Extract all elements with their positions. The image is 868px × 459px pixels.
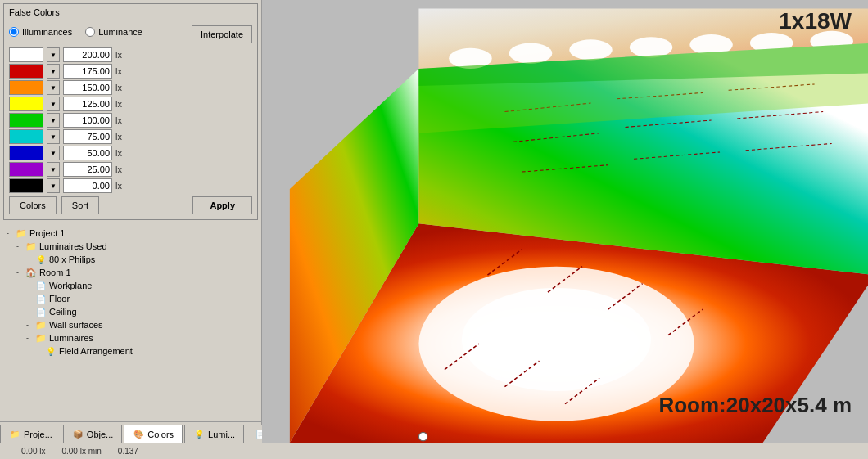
color-rows-container: ▼lx▼lx▼lx▼lx▼lx▼lx▼lx▼lx▼lx [9,47,252,193]
color-swatch-6[interactable] [9,146,43,160]
tree-expand-icon: - [7,229,15,237]
tree-expand-icon: - [26,321,34,329]
color-swatch-7[interactable] [9,162,43,177]
tab-icon: 💡 [193,429,205,440]
tree-item-icon: 📄 [34,306,47,317]
apply-button[interactable]: Apply [192,196,252,214]
tree-item[interactable]: -📁Luminaires [3,331,258,344]
unit-label-0: lx [115,50,122,60]
tree-item-label: 80 x Philips [49,254,95,264]
value-input-7[interactable] [63,162,112,177]
color-row: ▼lx [9,113,252,128]
value-input-6[interactable] [63,146,112,160]
color-swatch-0[interactable] [9,47,43,62]
color-dropdown-3[interactable]: ▼ [47,97,60,111]
right-panel: 1x18W Room:20x20x5.4 m [262,0,868,443]
color-dropdown-8[interactable]: ▼ [47,178,60,193]
app-window: False Colors Illuminances Luminance [0,0,868,459]
unit-label-7: lx [115,164,122,174]
tree-item[interactable]: 💡80 x Philips [3,253,258,266]
value-input-4[interactable] [63,113,112,128]
status-bar: 0.00 lx 0.00 lx min 0.137 [0,443,868,459]
tree-item[interactable]: -📁Project 1 [3,227,258,240]
color-dropdown-7[interactable]: ▼ [47,162,60,177]
tree-item-label: Room 1 [39,268,71,277]
tree-item[interactable]: -🏠Room 1 [3,266,258,279]
color-dropdown-2[interactable]: ▼ [47,80,60,95]
tree-item-icon: 📄 [34,280,47,291]
tree-item-label: Luminaires Used [39,241,107,251]
tree-item-label: Project 1 [29,228,65,238]
color-row: ▼lx [9,178,252,193]
main-content: False Colors Illuminances Luminance [0,0,868,443]
tab-icon: 📦 [72,429,84,440]
value-input-1[interactable] [63,64,112,79]
tab-3[interactable]: 💡Lumi... [184,425,244,443]
left-panel: False Colors Illuminances Luminance [0,0,262,443]
status-item-2: 0.00 lx [21,447,45,456]
tree-item[interactable]: -📁Wall surfaces [3,318,258,331]
radio-row: Illuminances Luminance [9,27,142,37]
tree-item-icon: 📁 [34,332,47,344]
color-dropdown-6[interactable]: ▼ [47,146,60,160]
sort-button[interactable]: Sort [61,196,99,214]
tree-item[interactable]: 📄Ceiling [3,305,258,318]
tab-1[interactable]: 📦Obje... [63,425,122,443]
colors-button[interactable]: Colors [9,196,57,214]
color-swatch-3[interactable] [9,97,43,111]
color-dropdown-1[interactable]: ▼ [47,64,60,79]
color-swatch-5[interactable] [9,129,43,144]
room-label-bottom: Room:20x20x5.4 m [658,393,852,418]
svg-point-10 [630,37,673,57]
tab-label: Colors [147,430,174,439]
room-label-top: 1x18W [779,8,852,34]
color-row: ▼lx [9,129,252,144]
tree-item[interactable]: -📁Luminaires Used [3,240,258,253]
illuminances-radio[interactable]: Illuminances [9,27,72,37]
value-input-3[interactable] [63,97,112,111]
false-colors-title: False Colors [4,4,257,20]
color-dropdown-4[interactable]: ▼ [47,113,60,128]
color-row: ▼lx [9,80,252,95]
tab-label: Lumi... [208,430,235,439]
tree-item-label: Field Arrangement [59,346,133,356]
tab-label: Obje... [87,430,113,439]
color-dropdown-5[interactable]: ▼ [47,129,60,144]
interpolate-button[interactable]: Interpolate [192,25,252,43]
svg-point-32 [418,432,427,441]
svg-point-6 [462,288,651,391]
tree-item-icon: 💡 [44,345,57,357]
tree-item-icon: 📁 [34,319,47,331]
false-colors-panel: False Colors Illuminances Luminance [3,3,258,220]
unit-label-4: lx [115,115,122,125]
tree-expand-icon: - [16,242,25,250]
bottom-tabs: 📁Proje...📦Obje...🎨Colors💡Lumi...📄Output [0,421,261,443]
tab-0[interactable]: 📁Proje... [0,425,61,443]
color-swatch-8[interactable] [9,178,43,193]
unit-label-3: lx [115,99,122,109]
tree-item[interactable]: 📄Workplane [3,279,258,292]
panel-content: Illuminances Luminance Interpolate ▼lx▼l… [4,20,257,219]
tab-icon: 🎨 [133,429,144,440]
value-input-5[interactable] [63,129,112,144]
luminance-radio[interactable]: Luminance [85,27,142,37]
value-input-0[interactable] [63,47,112,62]
color-swatch-1[interactable] [9,64,43,79]
tree-item-icon: 📄 [34,293,47,304]
tree-item-icon: 💡 [34,254,47,265]
buttons-row: Colors Sort Apply [9,196,252,214]
tree-item-label: Wall surfaces [49,320,103,330]
room-viz: 1x18W Room:20x20x5.4 m [262,0,868,443]
color-row: ▼lx [9,146,252,160]
value-input-2[interactable] [63,80,112,95]
tree-item[interactable]: 💡Field Arrangement [3,344,258,358]
tab-2[interactable]: 🎨Colors [124,425,183,443]
value-input-8[interactable] [63,178,112,193]
color-dropdown-0[interactable]: ▼ [47,47,60,62]
panel-title-text: False Colors [9,7,60,17]
tree-item[interactable]: 📄Floor [3,292,258,305]
color-swatch-2[interactable] [9,80,43,95]
color-swatch-4[interactable] [9,113,43,128]
color-row: ▼lx [9,47,252,62]
status-item-4: 0.137 [118,447,138,456]
